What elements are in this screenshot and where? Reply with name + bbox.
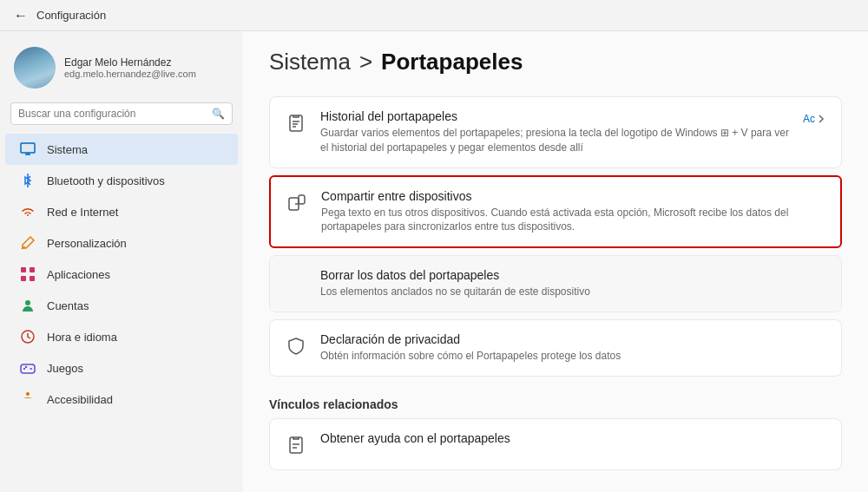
privacy-desc: Obtén información sobre cómo el Portapap…: [320, 349, 827, 364]
related-section: Obtener ayuda con el portapapeles: [269, 418, 842, 470]
page-header: Sistema > Portapapeles: [269, 49, 842, 75]
sidebar-item-sistema[interactable]: Sistema: [5, 134, 238, 165]
compartir-section: Compartir entre dispositivos Pega texto …: [269, 175, 842, 249]
accessibility-icon: [19, 390, 36, 408]
apps-icon: [19, 266, 36, 283]
borrar-title: Borrar los datos del portapapeles: [320, 268, 827, 282]
borrar-item[interactable]: Borrar los datos del portapapeles Los el…: [270, 256, 841, 312]
svg-point-9: [26, 392, 30, 396]
clock-icon: [19, 328, 36, 345]
sidebar-label-accesibilidad: Accesibilidad: [47, 393, 113, 406]
privacy-section: Declaración de privacidad Obtén informac…: [269, 319, 842, 377]
historial-section: Historial del portapapeles Guardar vario…: [269, 96, 842, 168]
sidebar-label-bluetooth: Bluetooth y dispositivos: [47, 174, 165, 187]
historial-text: Historial del portapapeles Guardar vario…: [320, 109, 791, 155]
back-button[interactable]: ←: [14, 8, 28, 23]
ayuda-item[interactable]: Obtener ayuda con el portapapeles: [270, 419, 841, 469]
borrar-text: Borrar los datos del portapapeles Los el…: [284, 268, 827, 299]
sidebar-item-juegos[interactable]: Juegos: [5, 352, 238, 384]
sidebar-label-juegos: Juegos: [47, 362, 83, 375]
monitor-icon: [19, 141, 36, 158]
person-icon: [19, 297, 36, 314]
svg-point-5: [25, 300, 30, 305]
sidebar-label-sistema: Sistema: [47, 143, 88, 156]
sidebar-item-hora[interactable]: Hora e idioma: [5, 321, 238, 352]
borrar-section: Borrar los datos del portapapeles Los el…: [269, 255, 842, 312]
svg-rect-15: [299, 195, 305, 204]
svg-rect-3: [21, 276, 26, 281]
sidebar-item-accesibilidad[interactable]: Accesibilidad: [5, 384, 238, 415]
historial-toggle: Ac: [803, 113, 815, 125]
svg-rect-2: [30, 267, 35, 272]
breadcrumb-parent: Sistema: [269, 49, 351, 75]
svg-point-8: [26, 367, 27, 368]
svg-rect-1: [21, 267, 26, 272]
sidebar-item-red[interactable]: Red e Internet: [5, 196, 238, 227]
search-box[interactable]: 🔍: [10, 102, 233, 125]
compartir-title: Compartir entre dispositivos: [321, 189, 826, 203]
share-devices-icon: [285, 191, 309, 215]
svg-rect-0: [21, 143, 35, 153]
historial-item[interactable]: Historial del portapapeles Guardar vario…: [270, 97, 841, 167]
compartir-item[interactable]: Compartir entre dispositivos Pega texto …: [271, 177, 840, 247]
related-label: Vínculos relacionados: [269, 384, 842, 418]
user-name: Edgar Melo Hernández: [64, 56, 196, 69]
search-icon: 🔍: [212, 108, 225, 120]
privacy-text: Declaración de privacidad Obtén informac…: [320, 332, 827, 364]
configuracion-title: Configuración: [36, 9, 106, 22]
svg-rect-4: [30, 276, 35, 281]
historial-action[interactable]: Ac: [803, 109, 827, 125]
shield-icon: [284, 334, 308, 358]
sidebar-label-personalizacion: Personalización: [47, 237, 127, 250]
privacy-item[interactable]: Declaración de privacidad Obtén informac…: [270, 320, 841, 376]
bluetooth-icon: [19, 172, 36, 189]
historial-title: Historial del portapapeles: [320, 109, 791, 123]
main-layout: Edgar Melo Hernández edg.melo.hernandez@…: [0, 31, 868, 492]
top-bar: ← Configuración: [0, 0, 868, 31]
sidebar: Edgar Melo Hernández edg.melo.hernandez@…: [0, 31, 243, 492]
wifi-icon: [19, 203, 36, 220]
sidebar-label-red: Red e Internet: [47, 206, 118, 219]
sidebar-item-cuentas[interactable]: Cuentas: [5, 290, 238, 321]
clipboard-history-icon: [284, 111, 308, 135]
sidebar-label-hora: Hora e idioma: [47, 331, 117, 344]
page-title: Portapapeles: [381, 49, 523, 75]
sidebar-label-cuentas: Cuentas: [47, 299, 89, 312]
historial-desc: Guardar varios elementos del portapapele…: [320, 126, 791, 155]
svg-rect-7: [21, 364, 35, 373]
sidebar-label-aplicaciones: Aplicaciones: [47, 268, 110, 281]
search-input[interactable]: [18, 108, 207, 120]
breadcrumb-separator: >: [359, 49, 372, 75]
sidebar-item-personalizacion[interactable]: Personalización: [5, 227, 238, 259]
user-info: Edgar Melo Hernández edg.melo.hernandez@…: [64, 56, 196, 79]
borrar-desc: Los elementos anclados no se quitarán de…: [320, 285, 827, 299]
ayuda-text: Obtener ayuda con el portapapeles: [320, 431, 827, 448]
compartir-text: Compartir entre dispositivos Pega texto …: [321, 189, 826, 235]
privacy-title: Declaración de privacidad: [320, 332, 827, 346]
user-profile[interactable]: Edgar Melo Hernández edg.melo.hernandez@…: [0, 40, 243, 99]
brush-icon: [19, 234, 36, 252]
sidebar-item-bluetooth[interactable]: Bluetooth y dispositivos: [5, 165, 238, 196]
sidebar-item-aplicaciones[interactable]: Aplicaciones: [5, 259, 238, 290]
gamepad-icon: [19, 359, 36, 377]
content-area: Sistema > Portapapeles Historial del por…: [243, 31, 868, 492]
ayuda-title: Obtener ayuda con el portapapeles: [320, 431, 827, 445]
help-clipboard-icon: [284, 433, 308, 457]
compartir-desc: Pega texto en tus otros dispositivos. Cu…: [321, 206, 826, 235]
user-email: edg.melo.hernandez@live.com: [64, 69, 196, 79]
avatar: [14, 47, 56, 89]
